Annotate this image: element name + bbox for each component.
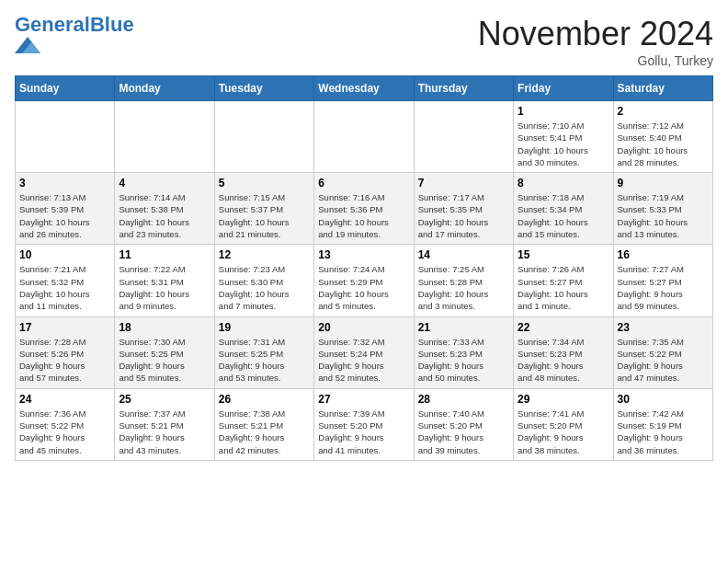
day-number: 16: [618, 248, 709, 261]
calendar-cell: 24Sunrise: 7:36 AMSunset: 5:22 PMDayligh…: [16, 388, 115, 460]
day-info: Sunrise: 7:33 AMSunset: 5:23 PMDaylight:…: [418, 336, 509, 385]
page-header: GeneralBlue November 2024 Gollu, Turkey: [15, 15, 713, 68]
weekday-header: Sunday: [16, 76, 115, 101]
day-info: Sunrise: 7:34 AMSunset: 5:23 PMDaylight:…: [518, 336, 609, 385]
weekday-header: Monday: [115, 76, 214, 101]
day-info: Sunrise: 7:19 AMSunset: 5:33 PMDaylight:…: [618, 191, 709, 240]
day-info: Sunrise: 7:22 AMSunset: 5:31 PMDaylight:…: [119, 263, 210, 312]
day-info: Sunrise: 7:32 AMSunset: 5:24 PMDaylight:…: [318, 336, 409, 385]
day-number: 7: [418, 177, 509, 190]
day-info: Sunrise: 7:31 AMSunset: 5:25 PMDaylight:…: [219, 336, 310, 385]
calendar-cell: 25Sunrise: 7:37 AMSunset: 5:21 PMDayligh…: [115, 388, 214, 460]
calendar-cell: 1Sunrise: 7:10 AMSunset: 5:41 PMDaylight…: [514, 101, 613, 173]
calendar-cell: [115, 101, 214, 173]
weekday-header: Saturday: [613, 76, 712, 101]
day-info: Sunrise: 7:26 AMSunset: 5:27 PMDaylight:…: [518, 263, 609, 312]
day-number: 1: [518, 105, 609, 118]
weekday-header: Tuesday: [214, 76, 313, 101]
calendar-cell: 13Sunrise: 7:24 AMSunset: 5:29 PMDayligh…: [314, 245, 414, 316]
calendar-cell: 14Sunrise: 7:25 AMSunset: 5:28 PMDayligh…: [414, 245, 513, 316]
day-number: 29: [518, 393, 609, 406]
day-info: Sunrise: 7:36 AMSunset: 5:22 PMDaylight:…: [19, 408, 110, 456]
day-number: 27: [318, 393, 409, 406]
weekday-header: Friday: [514, 76, 613, 101]
calendar-cell: 6Sunrise: 7:16 AMSunset: 5:36 PMDaylight…: [314, 173, 414, 245]
weekday-header: Wednesday: [314, 76, 414, 101]
calendar-week-row: 17Sunrise: 7:28 AMSunset: 5:26 PMDayligh…: [16, 316, 713, 388]
day-number: 21: [418, 321, 509, 334]
day-number: 2: [618, 105, 709, 118]
day-number: 23: [618, 321, 709, 334]
day-info: Sunrise: 7:42 AMSunset: 5:19 PMDaylight:…: [618, 408, 709, 456]
day-number: 20: [318, 321, 409, 334]
day-number: 30: [618, 393, 709, 406]
calendar-cell: 2Sunrise: 7:12 AMSunset: 5:40 PMDaylight…: [613, 101, 712, 173]
calendar-week-row: 10Sunrise: 7:21 AMSunset: 5:32 PMDayligh…: [16, 245, 713, 316]
day-info: Sunrise: 7:14 AMSunset: 5:38 PMDaylight:…: [119, 191, 210, 240]
day-info: Sunrise: 7:37 AMSunset: 5:21 PMDaylight:…: [119, 408, 210, 456]
calendar-cell: 19Sunrise: 7:31 AMSunset: 5:25 PMDayligh…: [214, 316, 313, 388]
day-number: 18: [119, 321, 210, 334]
calendar-cell: 20Sunrise: 7:32 AMSunset: 5:24 PMDayligh…: [314, 316, 414, 388]
calendar-cell: 23Sunrise: 7:35 AMSunset: 5:22 PMDayligh…: [613, 316, 712, 388]
day-number: 5: [219, 177, 310, 190]
day-info: Sunrise: 7:15 AMSunset: 5:37 PMDaylight:…: [219, 191, 310, 240]
calendar-cell: 17Sunrise: 7:28 AMSunset: 5:26 PMDayligh…: [16, 316, 115, 388]
day-number: 3: [19, 177, 110, 190]
calendar-cell: 18Sunrise: 7:30 AMSunset: 5:25 PMDayligh…: [115, 316, 214, 388]
calendar-cell: 26Sunrise: 7:38 AMSunset: 5:21 PMDayligh…: [214, 388, 313, 460]
calendar-cell: 27Sunrise: 7:39 AMSunset: 5:20 PMDayligh…: [314, 388, 414, 460]
day-info: Sunrise: 7:39 AMSunset: 5:20 PMDaylight:…: [318, 408, 409, 456]
calendar-cell: 12Sunrise: 7:23 AMSunset: 5:30 PMDayligh…: [214, 245, 313, 316]
logo-block: GeneralBlue: [15, 15, 134, 57]
day-number: 4: [119, 177, 210, 190]
calendar-cell: 29Sunrise: 7:41 AMSunset: 5:20 PMDayligh…: [514, 388, 613, 460]
calendar-cell: 9Sunrise: 7:19 AMSunset: 5:33 PMDaylight…: [613, 173, 712, 245]
day-number: 11: [119, 248, 210, 261]
day-number: 28: [418, 393, 509, 406]
month-title: November 2024: [478, 15, 713, 53]
day-number: 17: [19, 321, 110, 334]
logo-icon: [15, 37, 40, 53]
day-number: 10: [19, 248, 110, 261]
calendar-cell: 10Sunrise: 7:21 AMSunset: 5:32 PMDayligh…: [16, 245, 115, 316]
calendar-cell: 22Sunrise: 7:34 AMSunset: 5:23 PMDayligh…: [514, 316, 613, 388]
logo-blue: Blue: [90, 13, 134, 36]
calendar-cell: [414, 101, 513, 173]
day-info: Sunrise: 7:41 AMSunset: 5:20 PMDaylight:…: [518, 408, 609, 456]
logo: GeneralBlue: [15, 15, 134, 57]
day-info: Sunrise: 7:25 AMSunset: 5:28 PMDaylight:…: [418, 263, 509, 312]
day-info: Sunrise: 7:17 AMSunset: 5:35 PMDaylight:…: [418, 191, 509, 240]
day-number: 19: [219, 321, 310, 334]
calendar-cell: 5Sunrise: 7:15 AMSunset: 5:37 PMDaylight…: [214, 173, 313, 245]
calendar-cell: 21Sunrise: 7:33 AMSunset: 5:23 PMDayligh…: [414, 316, 513, 388]
day-info: Sunrise: 7:18 AMSunset: 5:34 PMDaylight:…: [518, 191, 609, 240]
calendar-cell: 15Sunrise: 7:26 AMSunset: 5:27 PMDayligh…: [514, 245, 613, 316]
weekday-header-row: SundayMondayTuesdayWednesdayThursdayFrid…: [16, 76, 713, 101]
day-info: Sunrise: 7:30 AMSunset: 5:25 PMDaylight:…: [119, 336, 210, 385]
day-info: Sunrise: 7:12 AMSunset: 5:40 PMDaylight:…: [618, 120, 709, 168]
day-number: 8: [518, 177, 609, 190]
day-info: Sunrise: 7:13 AMSunset: 5:39 PMDaylight:…: [19, 191, 110, 240]
day-info: Sunrise: 7:27 AMSunset: 5:27 PMDaylight:…: [618, 263, 709, 312]
title-block: November 2024 Gollu, Turkey: [478, 15, 713, 68]
calendar-table: SundayMondayTuesdayWednesdayThursdayFrid…: [15, 75, 713, 461]
day-info: Sunrise: 7:35 AMSunset: 5:22 PMDaylight:…: [618, 336, 709, 385]
day-number: 13: [318, 248, 409, 261]
day-info: Sunrise: 7:21 AMSunset: 5:32 PMDaylight:…: [19, 263, 110, 312]
day-number: 22: [518, 321, 609, 334]
weekday-header: Thursday: [414, 76, 513, 101]
day-number: 15: [518, 248, 609, 261]
calendar-cell: 4Sunrise: 7:14 AMSunset: 5:38 PMDaylight…: [115, 173, 214, 245]
calendar-cell: 8Sunrise: 7:18 AMSunset: 5:34 PMDaylight…: [514, 173, 613, 245]
day-info: Sunrise: 7:23 AMSunset: 5:30 PMDaylight:…: [219, 263, 310, 312]
day-number: 14: [418, 248, 509, 261]
day-number: 9: [618, 177, 709, 190]
day-info: Sunrise: 7:28 AMSunset: 5:26 PMDaylight:…: [19, 336, 110, 385]
day-number: 26: [219, 393, 310, 406]
day-info: Sunrise: 7:24 AMSunset: 5:29 PMDaylight:…: [318, 263, 409, 312]
calendar-cell: 28Sunrise: 7:40 AMSunset: 5:20 PMDayligh…: [414, 388, 513, 460]
calendar-week-row: 24Sunrise: 7:36 AMSunset: 5:22 PMDayligh…: [16, 388, 713, 460]
day-info: Sunrise: 7:38 AMSunset: 5:21 PMDaylight:…: [219, 408, 310, 456]
logo-general: General: [15, 13, 90, 36]
